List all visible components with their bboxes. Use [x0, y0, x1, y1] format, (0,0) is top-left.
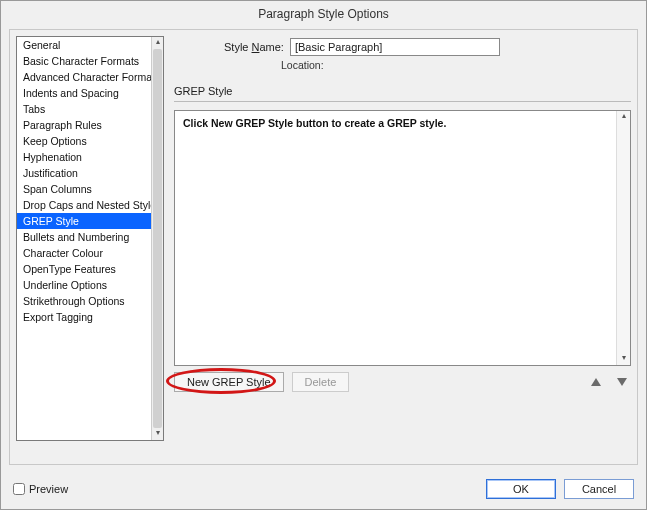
scroll-up-icon[interactable]: ▴	[152, 37, 163, 49]
section-divider	[174, 101, 631, 102]
section-heading: GREP Style	[174, 85, 631, 97]
dialog-footer: Preview OK Cancel	[13, 479, 634, 499]
location-label: Location:	[281, 59, 631, 71]
sidebar-item-indents-and-spacing[interactable]: Indents and Spacing	[17, 85, 151, 101]
sidebar-item-hyphenation[interactable]: Hyphenation	[17, 149, 151, 165]
move-up-button[interactable]	[587, 376, 605, 388]
sidebar-item-underline-options[interactable]: Underline Options	[17, 277, 151, 293]
grep-button-row: New GREP Style Delete	[174, 372, 631, 392]
style-name-input[interactable]	[290, 38, 500, 56]
scroll-thumb[interactable]	[153, 49, 162, 428]
preview-checkbox[interactable]	[13, 483, 25, 495]
sidebar-item-span-columns[interactable]: Span Columns	[17, 181, 151, 197]
sidebar-item-general[interactable]: General	[17, 37, 151, 53]
style-name-label: Style Name:	[224, 41, 284, 53]
scroll-down-icon[interactable]: ▾	[617, 353, 630, 365]
category-list-items: General Basic Character Formats Advanced…	[17, 37, 151, 440]
grep-style-hint: Click New GREP Style button to create a …	[175, 111, 616, 365]
sidebar-item-keep-options[interactable]: Keep Options	[17, 133, 151, 149]
triangle-up-icon	[591, 378, 601, 386]
sidebar-item-tabs[interactable]: Tabs	[17, 101, 151, 117]
sidebar-item-advanced-character-formats[interactable]: Advanced Character Formats	[17, 69, 151, 85]
style-name-row: Style Name:	[224, 38, 631, 56]
move-down-button[interactable]	[613, 376, 631, 388]
sidebar-item-paragraph-rules[interactable]: Paragraph Rules	[17, 117, 151, 133]
sidebar-item-grep-style[interactable]: GREP Style	[17, 213, 151, 229]
grep-style-list: Click New GREP Style button to create a …	[174, 110, 631, 366]
sidebar-item-export-tagging[interactable]: Export Tagging	[17, 309, 151, 325]
sidebar-item-justification[interactable]: Justification	[17, 165, 151, 181]
sidebar-scrollbar[interactable]: ▴ ▾	[151, 37, 163, 440]
cancel-button[interactable]: Cancel	[564, 479, 634, 499]
sidebar-item-bullets-and-numbering[interactable]: Bullets and Numbering	[17, 229, 151, 245]
category-list: General Basic Character Formats Advanced…	[16, 36, 164, 441]
sidebar-item-strikethrough-options[interactable]: Strikethrough Options	[17, 293, 151, 309]
scroll-up-icon[interactable]: ▴	[617, 111, 630, 123]
triangle-down-icon	[617, 378, 627, 386]
sidebar-item-drop-caps-nested-styles[interactable]: Drop Caps and Nested Styles	[17, 197, 151, 213]
delete-button[interactable]: Delete	[292, 372, 350, 392]
dialog-title: Paragraph Style Options	[1, 1, 646, 25]
paragraph-style-options-dialog: Paragraph Style Options General Basic Ch…	[0, 0, 647, 510]
sidebar-item-character-colour[interactable]: Character Colour	[17, 245, 151, 261]
grep-list-scrollbar[interactable]: ▴ ▾	[616, 111, 630, 365]
main-panel: Style Name: Location: GREP Style Click N…	[174, 36, 631, 458]
sidebar-item-basic-character-formats[interactable]: Basic Character Formats	[17, 53, 151, 69]
ok-button[interactable]: OK	[486, 479, 556, 499]
sidebar-item-opentype-features[interactable]: OpenType Features	[17, 261, 151, 277]
preview-label-text: Preview	[29, 483, 68, 495]
dialog-body: General Basic Character Formats Advanced…	[9, 29, 638, 465]
preview-checkbox-label[interactable]: Preview	[13, 483, 68, 495]
new-grep-style-button[interactable]: New GREP Style	[174, 372, 284, 392]
scroll-down-icon[interactable]: ▾	[152, 428, 163, 440]
